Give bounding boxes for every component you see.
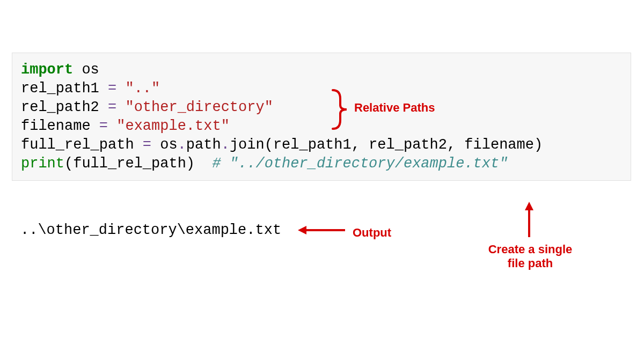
comment-expected: # "../other_directory/example.txt" [212, 156, 508, 172]
str-other-dir: "other_directory" [116, 99, 273, 115]
op-assign-2: = [108, 99, 116, 115]
code-line-1: import os [21, 61, 622, 79]
var-full-rel-path: full_rel_path [21, 137, 143, 153]
os-path-join: os.path.join(rel_path1, rel_path2, filen… [151, 137, 543, 153]
var-rel-path2: rel_path2 [21, 99, 108, 115]
code-block: import os rel_path1 = ".." rel_path2 = "… [12, 53, 631, 181]
var-filename: filename [21, 118, 99, 134]
str-example-txt: "example.txt" [108, 118, 230, 134]
annotation-output: Output [353, 226, 391, 240]
code-line-5: filename = "example.txt" [21, 117, 622, 136]
arrow-left-icon [298, 222, 346, 238]
print-args: (full_rel_path) [64, 156, 212, 172]
code-line-7: print(full_rel_path) # "../other_directo… [21, 155, 622, 173]
op-assign-1: = [108, 80, 116, 97]
annotation-relative-paths: Relative Paths [354, 101, 435, 115]
op-assign-3: = [99, 118, 108, 134]
str-dotdot: ".." [116, 80, 160, 97]
svg-marker-3 [525, 202, 533, 210]
svg-marker-1 [298, 226, 306, 234]
output-text: ..\other_directory\example.txt [20, 222, 281, 238]
keyword-import: import [21, 62, 73, 78]
op-assign-4: = [143, 137, 151, 153]
arrow-up-icon [521, 202, 537, 239]
module-os: os [73, 62, 99, 78]
code-line-3: rel_path1 = ".." [21, 79, 622, 98]
code-line-6: full_rel_path = os.path.join(rel_path1, … [21, 136, 622, 155]
annotation-single-file-path: Create a single file path [482, 243, 579, 271]
var-rel-path1: rel_path1 [21, 80, 108, 97]
code-line-4: rel_path2 = "other_directory" [21, 98, 622, 117]
brace-icon [331, 88, 352, 131]
builtin-print: print [21, 156, 64, 172]
